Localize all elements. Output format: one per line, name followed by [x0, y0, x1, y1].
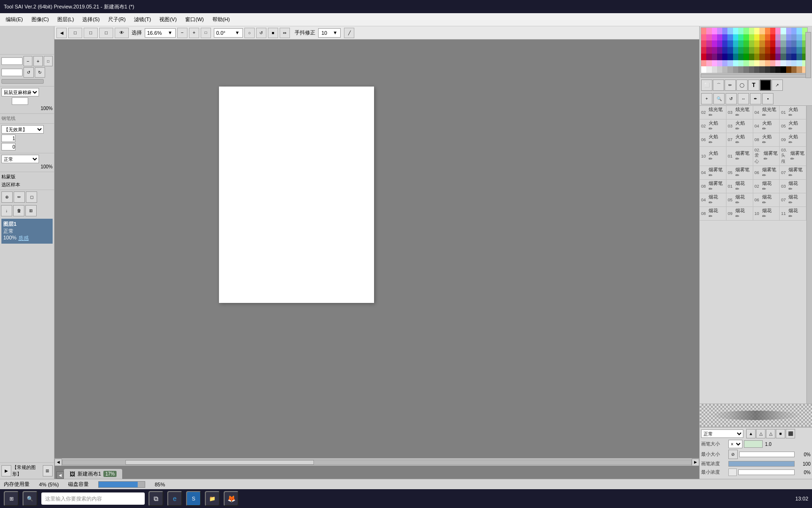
color-cell[interactable]: [717, 60, 722, 67]
nav-3[interactable]: □: [99, 28, 113, 38]
color-cell[interactable]: [791, 40, 796, 47]
scroll-left[interactable]: ◀: [55, 459, 62, 466]
taskbar-search[interactable]: 这里输入你要搜索的内容: [41, 492, 145, 505]
color-cell[interactable]: [738, 28, 743, 34]
brush-vscroll[interactable]: [806, 106, 812, 404]
brush-item[interactable]: 10烟花✏: [753, 207, 780, 220]
scroll-right[interactable]: ▶: [692, 459, 699, 466]
angle-input[interactable]: 0°: [1, 69, 23, 76]
color-cell[interactable]: [701, 47, 706, 54]
layer-collapse[interactable]: ⊞: [43, 465, 53, 476]
min-size-bar[interactable]: [739, 452, 795, 457]
color-cell[interactable]: [722, 60, 727, 67]
color-cell[interactable]: [781, 34, 786, 41]
color-cell[interactable]: [733, 54, 738, 60]
nav-eye[interactable]: 👁: [115, 28, 129, 38]
layer-btn-3[interactable]: ◻: [26, 191, 37, 203]
color-cell[interactable]: [717, 40, 722, 47]
color-cell[interactable]: [743, 34, 749, 41]
brush-item[interactable]: 02炫光笔✏: [700, 106, 726, 119]
color-cell[interactable]: [743, 28, 749, 34]
color-cell[interactable]: [712, 40, 717, 47]
brush-item[interactable]: 02.爱心烟雾笔✏: [753, 147, 780, 166]
color-cell[interactable]: [754, 40, 759, 47]
brush-item[interactable]: 04炫光笔✏: [753, 106, 780, 119]
color-cell[interactable]: [791, 34, 796, 41]
brush-item[interactable]: 02烟花✏: [753, 180, 780, 193]
tool-rotate[interactable]: ↺: [726, 93, 737, 104]
brush-size-input2[interactable]: x0.1: [744, 440, 763, 448]
layer-btn-2[interactable]: ✏: [14, 191, 25, 203]
color-cell[interactable]: [733, 66, 738, 73]
layer-op-3[interactable]: ⊞: [25, 205, 37, 216]
color-cell[interactable]: [701, 60, 706, 67]
color-cell[interactable]: [712, 34, 717, 41]
color-cell[interactable]: [765, 47, 770, 54]
canvas-tab[interactable]: 🖼 新建画布1 17%: [64, 469, 122, 479]
color-cell[interactable]: [791, 54, 796, 60]
color-cell[interactable]: [717, 34, 722, 41]
color-cell[interactable]: [765, 28, 770, 34]
brush-item[interactable]: 01烟雾笔✏: [726, 147, 753, 166]
color-cell[interactable]: [738, 66, 743, 73]
start-btn[interactable]: ⊞: [4, 491, 19, 506]
color-cell[interactable]: [796, 34, 802, 41]
angle-ccw[interactable]: ↺: [23, 67, 34, 78]
color-cell[interactable]: [791, 66, 796, 73]
color-cell[interactable]: [727, 66, 733, 73]
color-cell[interactable]: [759, 54, 765, 60]
color-cell[interactable]: [781, 54, 786, 60]
color-cell[interactable]: [770, 28, 775, 34]
brush-size-input[interactable]: 15: [12, 97, 28, 105]
color-vscroll[interactable]: [805, 32, 811, 78]
color-cell[interactable]: [733, 40, 738, 47]
color-cell[interactable]: [706, 40, 711, 47]
brush-item[interactable]: 02火焰✏: [700, 119, 726, 133]
color-cell[interactable]: [743, 66, 749, 73]
color-cell[interactable]: [775, 54, 781, 60]
brush-item[interactable]: 11烟花✏: [780, 207, 806, 220]
nav-left[interactable]: ◀: [56, 28, 67, 38]
zoom-plus[interactable]: +: [33, 56, 42, 66]
color-cell[interactable]: [701, 54, 706, 60]
color-cell[interactable]: [749, 34, 754, 41]
color-cell[interactable]: [796, 47, 802, 54]
color-cell[interactable]: [775, 66, 781, 73]
color-cell[interactable]: [775, 47, 781, 54]
zoom-fit[interactable]: □: [44, 56, 53, 66]
color-cell[interactable]: [701, 28, 706, 34]
color-cell[interactable]: [791, 60, 796, 67]
color-cell[interactable]: [706, 66, 711, 73]
color-cell[interactable]: [770, 40, 775, 47]
color-cell[interactable]: [712, 28, 717, 34]
brush-item[interactable]: 08烟雾笔✏: [700, 180, 726, 193]
color-cell[interactable]: [717, 54, 722, 60]
brush-item[interactable]: 04火焰✏: [753, 119, 780, 133]
brush-item[interactable]: 07烟花✏: [780, 193, 806, 206]
zoom-plus-btn[interactable]: +: [189, 28, 199, 38]
color-cell[interactable]: [754, 60, 759, 67]
brush-item[interactable]: 05烟雾笔✏: [726, 166, 753, 179]
color-picker-btn[interactable]: ↗: [772, 79, 783, 91]
color-cell[interactable]: [759, 28, 765, 34]
color-cell[interactable]: [743, 54, 749, 60]
blend-mode-dropdown[interactable]: 正常: [701, 429, 743, 438]
brush-item[interactable]: 03.头颅烟雾笔✏: [780, 147, 806, 166]
color-cell[interactable]: [701, 66, 706, 73]
color-cell[interactable]: [775, 28, 781, 34]
color-cell[interactable]: [786, 40, 791, 47]
brush-item[interactable]: 09火焰✏: [780, 133, 806, 146]
brush-item[interactable]: 04烟雾笔✏: [700, 166, 726, 179]
nav-2[interactable]: □: [84, 28, 98, 38]
brush-name-select[interactable]: 鼠鼠亚麻棉麻-2: [1, 88, 39, 96]
blend-value-input[interactable]: [1, 143, 16, 151]
color-cell[interactable]: [775, 40, 781, 47]
select-rect-btn[interactable]: ⬜: [701, 79, 712, 91]
color-cell[interactable]: [749, 47, 754, 54]
brush-item[interactable]: 10火焰✏: [700, 147, 726, 166]
color-cell[interactable]: [754, 47, 759, 54]
color-cell[interactable]: [765, 34, 770, 41]
menu-view[interactable]: 视图(V): [156, 15, 180, 24]
menu-layer[interactable]: 图层(L): [54, 15, 78, 24]
brush-item[interactable]: 05烟花✏: [726, 193, 753, 206]
